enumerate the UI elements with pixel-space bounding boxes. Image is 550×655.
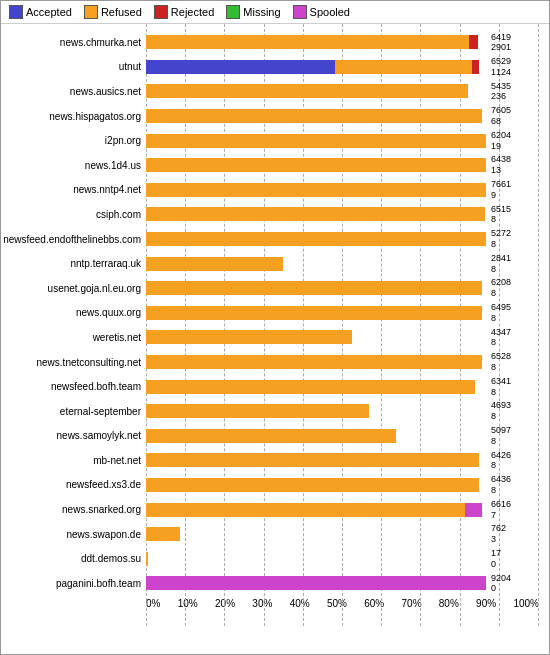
legend-item-accepted: Accepted — [9, 5, 72, 19]
bar-segment — [146, 183, 486, 197]
bar-number: 8 — [491, 485, 511, 496]
chart-area: news.chmurka.net64192901utnut65291124new… — [1, 24, 549, 654]
bar-number: 8 — [491, 387, 511, 398]
bar-number: 5097 — [491, 425, 511, 436]
bar-segment — [146, 380, 475, 394]
bar-area: 65291124 — [146, 60, 549, 74]
bar-number: 2901 — [491, 42, 511, 53]
bar-number: 5272 — [491, 228, 511, 239]
bar-label: news.tnetconsulting.net — [1, 357, 146, 368]
bar-wrapper — [146, 576, 489, 590]
bar-numbers: 65288 — [491, 351, 511, 373]
bar-number: 4693 — [491, 400, 511, 411]
bar-numbers: 5435236 — [491, 81, 511, 103]
bar-label: newsfeed.endofthelinebbs.com — [1, 234, 146, 245]
bar-numbers: 62088 — [491, 277, 511, 299]
bar-number: 3 — [491, 534, 506, 545]
bar-number: 9204 — [491, 573, 511, 584]
bar-row: usenet.goja.nl.eu.org62088 — [1, 279, 549, 297]
bar-area: 62088 — [146, 281, 549, 295]
x-tick: 90% — [476, 598, 496, 609]
bar-wrapper — [146, 84, 489, 98]
bar-label: i2pn.org — [1, 135, 146, 146]
bar-row: news.chmurka.net64192901 — [1, 33, 549, 51]
bar-numbers: 65291124 — [491, 56, 511, 78]
x-axis: 0%10%20%30%40%50%60%70%80%90%100% — [146, 598, 539, 626]
bar-area: 76619 — [146, 183, 549, 197]
bar-segment — [146, 134, 486, 148]
bar-segment — [146, 109, 482, 123]
bar-area: 64958 — [146, 306, 549, 320]
bar-segment — [146, 60, 335, 74]
bar-numbers: 76619 — [491, 179, 511, 201]
bar-label: news.swapon.de — [1, 529, 146, 540]
bar-numbers: 46938 — [491, 400, 511, 422]
legend-item-rejected: Rejected — [154, 5, 214, 19]
bar-number: 6616 — [491, 499, 511, 510]
bar-label: news.nntp4.net — [1, 184, 146, 195]
bar-numbers: 64192901 — [491, 32, 511, 54]
bar-number: 762 — [491, 523, 506, 534]
x-tick: 100% — [513, 598, 539, 609]
x-ticks: 0%10%20%30%40%50%60%70%80%90%100% — [146, 598, 539, 609]
bar-segment — [146, 306, 482, 320]
rows-container: news.chmurka.net64192901utnut65291124new… — [1, 28, 549, 598]
bar-wrapper — [146, 330, 489, 344]
bar-area: 170 — [146, 552, 549, 566]
bar-number: 7605 — [491, 105, 511, 116]
bar-segment — [472, 60, 479, 74]
bar-area: 65288 — [146, 355, 549, 369]
legend-item-refused: Refused — [84, 5, 142, 19]
bar-row: weretis.net43478 — [1, 328, 549, 346]
legend-label-accepted: Accepted — [26, 6, 72, 18]
bar-number: 17 — [491, 548, 501, 559]
bar-numbers: 52728 — [491, 228, 511, 250]
bar-number: 6515 — [491, 204, 511, 215]
bar-row: news.1d4.us643813 — [1, 156, 549, 174]
bar-number: 8 — [491, 337, 511, 348]
bar-segment — [146, 429, 396, 443]
bar-segment — [146, 527, 180, 541]
bar-row: paganini.bofh.team92040 — [1, 574, 549, 592]
bar-number: 0 — [491, 583, 511, 594]
bar-row: mb-net.net64268 — [1, 451, 549, 469]
bar-wrapper — [146, 134, 489, 148]
bar-number: 8 — [491, 460, 511, 471]
bar-number: 8 — [491, 436, 511, 447]
bar-wrapper — [146, 257, 489, 271]
bar-label: news.samoylyk.net — [1, 430, 146, 441]
bar-numbers: 760568 — [491, 105, 511, 127]
bar-label: newsfeed.bofh.team — [1, 381, 146, 392]
bar-area: 760568 — [146, 109, 549, 123]
bar-label: utnut — [1, 61, 146, 72]
bar-row: csiph.com65158 — [1, 205, 549, 223]
bar-row: news.snarked.org66167 — [1, 501, 549, 519]
bar-label: eternal-september — [1, 406, 146, 417]
bar-numbers: 43478 — [491, 327, 511, 349]
bar-number: 6204 — [491, 130, 511, 141]
bar-wrapper — [146, 355, 489, 369]
legend: AcceptedRefusedRejectedMissingSpooled — [1, 1, 549, 24]
legend-item-missing: Missing — [226, 5, 280, 19]
bar-row: newsfeed.bofh.team63418 — [1, 378, 549, 396]
bar-segment — [146, 281, 482, 295]
bar-area: 643813 — [146, 158, 549, 172]
x-tick: 70% — [402, 598, 422, 609]
bar-wrapper — [146, 503, 489, 517]
bar-wrapper — [146, 207, 489, 221]
bar-number: 8 — [491, 313, 511, 324]
bar-segment — [146, 355, 482, 369]
bar-area: 92040 — [146, 576, 549, 590]
bar-wrapper — [146, 453, 489, 467]
bar-segment — [146, 84, 468, 98]
bar-row: news.nntp4.net76619 — [1, 181, 549, 199]
bar-row: newsfeed.endofthelinebbs.com52728 — [1, 230, 549, 248]
bar-wrapper — [146, 552, 489, 566]
bar-segment — [146, 257, 283, 271]
legend-item-spooled: Spooled — [293, 5, 350, 19]
bar-label: paganini.bofh.team — [1, 578, 146, 589]
bar-segment — [146, 453, 479, 467]
bar-numbers: 620419 — [491, 130, 511, 152]
x-tick: 60% — [364, 598, 384, 609]
bar-area: 65158 — [146, 207, 549, 221]
